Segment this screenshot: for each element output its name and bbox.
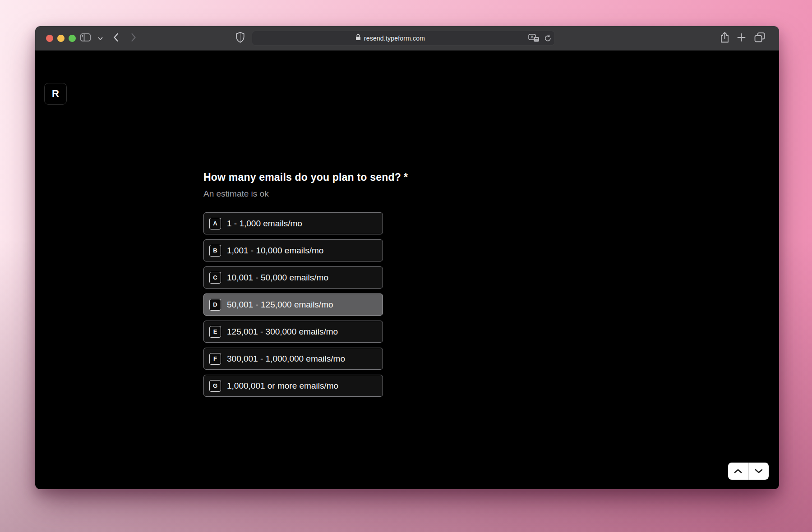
option-label: 1 - 1,000 emails/mo <box>227 219 302 229</box>
option-c[interactable]: C 10,001 - 50,000 emails/mo <box>203 266 383 289</box>
question-block: How many emails do you plan to send?* An… <box>203 171 408 397</box>
option-a[interactable]: A 1 - 1,000 emails/mo <box>203 212 383 234</box>
option-key-badge: E <box>209 326 221 338</box>
question-title-text: How many emails do you plan to send? <box>203 171 401 183</box>
option-label: 125,001 - 300,000 emails/mo <box>227 327 338 337</box>
new-tab-button[interactable] <box>737 33 746 44</box>
page-content: R How many emails do you plan to send?* … <box>35 50 779 489</box>
question-subtitle: An estimate is ok <box>203 189 408 199</box>
url-text: resend.typeform.com <box>364 35 425 42</box>
form-navigation <box>728 463 769 480</box>
minimize-window-button[interactable] <box>57 35 65 42</box>
option-key-badge: F <box>209 353 221 365</box>
option-label: 10,001 - 50,000 emails/mo <box>227 273 328 283</box>
traffic-lights <box>46 35 76 42</box>
translate-icon: A <box>528 34 540 42</box>
sidebar-menu-chevron[interactable] <box>98 34 103 42</box>
tab-overview-button[interactable] <box>754 32 765 45</box>
option-label: 1,001 - 10,000 emails/mo <box>227 246 323 256</box>
chevron-down-icon <box>755 467 763 475</box>
svg-text:A: A <box>531 34 534 39</box>
chevron-down-icon <box>98 34 103 42</box>
sidebar-toggle-button[interactable] <box>80 33 91 44</box>
option-key-badge: B <box>209 245 221 257</box>
lock-icon <box>355 34 361 42</box>
option-g[interactable]: G 1,000,001 or more emails/mo <box>203 375 383 397</box>
option-key-badge: C <box>209 272 221 284</box>
required-asterisk: * <box>404 171 408 183</box>
plus-icon <box>737 33 746 44</box>
option-b[interactable]: B 1,001 - 10,000 emails/mo <box>203 239 383 261</box>
zoom-window-button[interactable] <box>69 35 76 42</box>
option-f[interactable]: F 300,001 - 1,000,000 emails/mo <box>203 348 383 370</box>
reload-icon <box>544 34 552 42</box>
back-button[interactable] <box>113 33 119 44</box>
option-label: 1,000,001 or more emails/mo <box>227 381 338 391</box>
close-window-button[interactable] <box>46 35 53 42</box>
forward-icon <box>131 33 137 44</box>
forward-button[interactable] <box>131 33 137 44</box>
option-label: 300,001 - 1,000,000 emails/mo <box>227 354 345 364</box>
sidebar-icon <box>80 33 91 44</box>
question-title: How many emails do you plan to send?* <box>203 171 408 183</box>
tabs-icon <box>754 32 765 45</box>
share-icon <box>720 32 729 45</box>
option-e[interactable]: E 125,001 - 300,000 emails/mo <box>203 321 383 343</box>
site-logo[interactable]: R <box>44 83 67 105</box>
previous-question-button[interactable] <box>728 463 748 480</box>
share-button[interactable] <box>720 32 729 45</box>
option-d[interactable]: D 50,001 - 125,000 emails/mo <box>203 294 383 316</box>
option-key-badge: D <box>209 299 221 311</box>
chevron-up-icon <box>734 467 742 475</box>
option-key-badge: A <box>209 218 221 229</box>
next-question-button[interactable] <box>748 463 769 480</box>
browser-window: resend.typeform.com A <box>35 26 779 489</box>
options-list: A 1 - 1,000 emails/mo B 1,001 - 10,000 e… <box>203 212 408 397</box>
translate-button[interactable]: A <box>528 34 540 42</box>
browser-toolbar: resend.typeform.com A <box>35 26 779 50</box>
desktop: { "browser": { "url_host": "resend.typef… <box>0 0 812 532</box>
reload-button[interactable] <box>544 34 552 42</box>
privacy-report-button[interactable] <box>235 32 245 45</box>
option-key-badge: G <box>209 380 221 392</box>
back-icon <box>113 33 119 44</box>
shield-icon <box>235 32 245 45</box>
address-bar[interactable]: resend.typeform.com A <box>252 31 555 46</box>
option-label: 50,001 - 125,000 emails/mo <box>227 300 333 310</box>
